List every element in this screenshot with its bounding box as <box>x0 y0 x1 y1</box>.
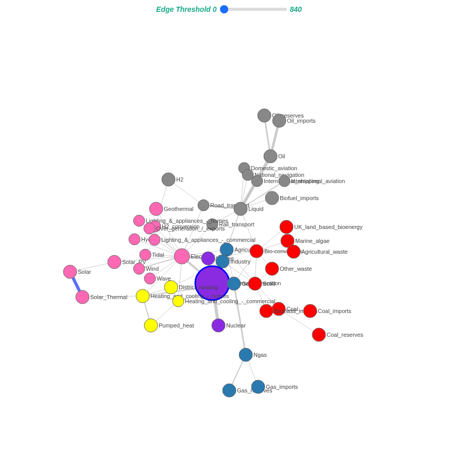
node-Solar_PV[interactable] <box>108 255 121 269</box>
node-label-Pumped_heat: Pumped_heat <box>159 322 194 329</box>
graph-container: Edge Threshold 0 840 Oil_reservesOil_imp… <box>0 0 458 476</box>
node-label-Gas_imports: Gas_imports <box>266 384 298 390</box>
node-label-Solid: Solid <box>263 281 275 287</box>
node-label-Lighting_appliances_commercial: Lighting_&_appliances_-_commercial <box>161 237 256 243</box>
node-Oil_imports[interactable] <box>273 114 286 127</box>
node-label-Other_waste: Other_waste <box>280 266 312 272</box>
node-label-Wave: Wave <box>157 275 171 282</box>
node-label-Agricultural_waste: Agricultural_waste <box>301 249 348 255</box>
node-label-Geothermal: Geothermal <box>164 206 193 212</box>
node-District_heating[interactable] <box>164 281 178 294</box>
node-Bio-conversion[interactable] <box>250 244 263 258</box>
node-International_aviation[interactable] <box>279 175 290 187</box>
node-label-Domestic_aviation: Domestic_aviation <box>251 165 297 171</box>
node-Coal_reserves[interactable] <box>312 328 326 341</box>
node-Coal_imports[interactable] <box>303 304 317 318</box>
node-Heating_cooling_commercial[interactable] <box>173 296 184 307</box>
node-label-International_aviation: International_aviation <box>291 178 345 184</box>
network-graph[interactable]: Oil_reservesOil_importsOilDomestic_aviat… <box>0 0 458 476</box>
node-Other_waste[interactable] <box>265 262 279 275</box>
node-label-Coal_imports: Coal_imports <box>318 308 351 314</box>
node-label-Over_generation_exports: Over_generation_/_exports <box>156 225 225 232</box>
node-Oil[interactable] <box>264 150 277 163</box>
node-Nuclear[interactable] <box>212 319 225 332</box>
node-Gas[interactable] <box>227 277 241 290</box>
node-Geothermal[interactable] <box>149 202 163 216</box>
node-Heating_cooling_homes[interactable] <box>136 289 149 303</box>
node-Wind[interactable] <box>133 263 145 274</box>
node-label-National_navigation: National_navigation <box>255 172 304 178</box>
node-label-Tidal: Tidal <box>152 252 164 258</box>
node-label-Solar: Solar <box>78 269 91 275</box>
node-Agricultural_waste[interactable] <box>287 245 300 258</box>
node-Industry[interactable] <box>216 255 229 268</box>
node-label-H2: H2 <box>176 176 183 183</box>
node-Solar_Thermal[interactable] <box>76 290 89 304</box>
node-Gas_reserves[interactable] <box>223 384 236 397</box>
node-label-Oil: Oil <box>278 153 285 159</box>
edge <box>234 284 246 355</box>
node-label-District_heating: District_heating <box>179 284 218 290</box>
node-label-UK_land_based_bioenergy: UK_land_based_bioenergy <box>294 224 363 230</box>
node-Hydro[interactable] <box>129 234 140 245</box>
nodes-layer: Oil_reservesOil_importsOilDomestic_aviat… <box>63 109 363 397</box>
node-label-Marine_algae: Marine_algae <box>295 238 330 244</box>
node-label-Solar_Thermal: Solar_Thermal <box>90 294 127 300</box>
node-label-Biofuel_imports: Biofuel_imports <box>280 195 319 201</box>
node-Over_generation_exports[interactable] <box>144 223 155 234</box>
node-H2[interactable] <box>162 173 175 186</box>
node-Wave[interactable] <box>144 273 156 284</box>
node-label-Industry: Industry <box>230 258 251 265</box>
node-Solar[interactable] <box>63 265 77 278</box>
node-label-Nuclear: Nuclear <box>226 322 246 329</box>
node-Solid[interactable] <box>248 277 262 290</box>
node-Losses[interactable] <box>201 252 215 265</box>
node-Ngas[interactable] <box>239 348 252 362</box>
edge <box>156 209 182 256</box>
node-Biofuel_imports[interactable] <box>265 191 279 205</box>
node-label-Coal_reserves: Coal_reserves <box>327 332 363 338</box>
node-label-Ngas: Ngas <box>253 352 267 358</box>
node-Gas_imports[interactable] <box>251 380 265 393</box>
node-Pumped_heat[interactable] <box>144 319 158 332</box>
node-UK_land_based_bioenergy[interactable] <box>280 220 293 234</box>
node-Liquid[interactable] <box>234 202 247 216</box>
node-label-Liquid: Liquid <box>248 206 263 212</box>
node-Electricity_grid[interactable] <box>174 249 190 264</box>
node-Lighting_appliances_homes[interactable] <box>133 215 145 226</box>
node-Biomass_imports[interactable] <box>260 304 273 318</box>
node-Lighting_appliances_commercial[interactable] <box>149 234 160 245</box>
node-label-Oil_imports: Oil_imports <box>287 118 316 124</box>
node-label-Heating_cooling_commercial: Heating_and_cooling_-_commercial <box>185 298 276 304</box>
node-Oil_reserves[interactable] <box>258 109 271 122</box>
node-International_shipping[interactable] <box>251 175 263 187</box>
node-Road_transport[interactable] <box>198 200 209 211</box>
node-label-Wind: Wind <box>146 266 159 272</box>
